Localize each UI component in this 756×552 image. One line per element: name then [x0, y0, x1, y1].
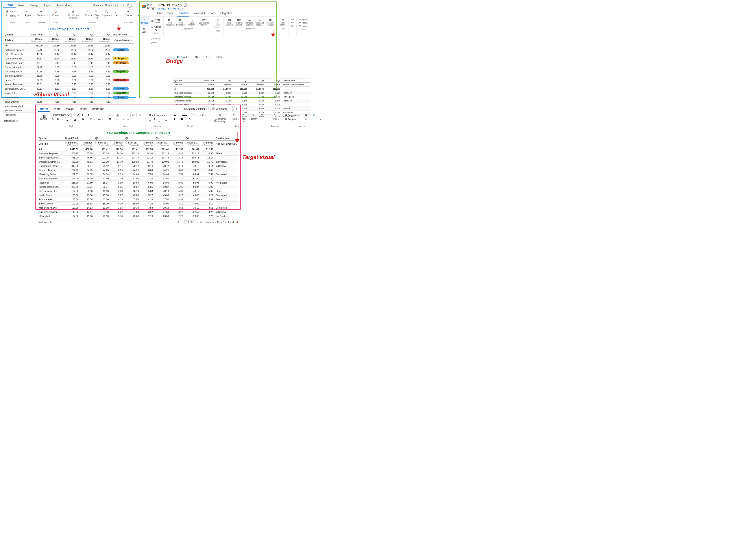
source-tabs: HomeInsertDesignExportInfobridge ▦ Manag… [2, 2, 136, 4]
bridge-name: BONUS_2024 [158, 3, 179, 4]
arrows-icon[interactable]: ⤢ ▾ [119, 3, 125, 4]
tab-infobridge[interactable]: Infobridge [55, 3, 72, 4]
source-ribbon: HomeInsertDesignExportInfobridge ▦ Manag… [2, 2, 136, 4]
tab-design[interactable]: Design [28, 3, 41, 4]
tab-home[interactable]: Home [3, 2, 16, 4]
source-visual-panel: HomeInsertDesignExportInfobridge ▦ Manag… [1, 1, 136, 4]
tab-export[interactable]: Export [42, 3, 55, 4]
manage-columns-dropdown[interactable]: ▦ Manage Columns [91, 3, 118, 4]
bridge-panel: infobridge BONUS_2024 ✎ 🗐 Bridges / BONU… [139, 1, 277, 4]
user-avatar[interactable] [127, 3, 132, 4]
tab-insert[interactable]: Insert [16, 3, 28, 4]
